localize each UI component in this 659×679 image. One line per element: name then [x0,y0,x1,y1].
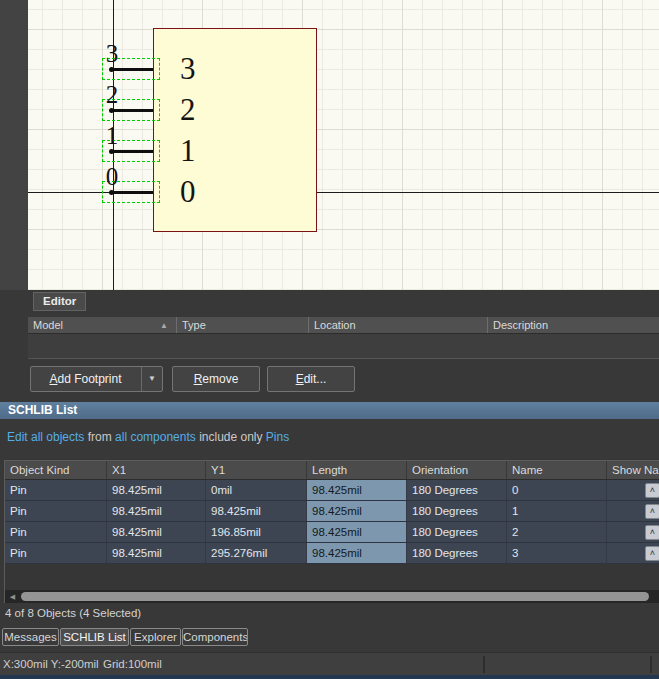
cell-orientation[interactable]: 180 Degrees [406,480,506,500]
cell-object-kind[interactable]: Pin [5,522,106,542]
cell-name[interactable]: 3 [506,543,606,563]
cell-y1[interactable]: 98.425mil [205,501,306,521]
table-row[interactable]: Pin 98.425mil 196.85mil 98.425mil 180 De… [5,522,659,543]
column-header-y1[interactable]: Y1 [205,461,306,479]
bottom-accent-bar [0,675,659,679]
bottom-panel-tabs: Messages SCHLIB List Explorer Components [0,628,659,648]
cell-object-kind[interactable]: Pin [5,543,106,563]
cell-x1[interactable]: 98.425mil [106,480,205,500]
cell-name[interactable]: 0 [506,480,606,500]
table-row[interactable]: Pin 98.425mil 98.425mil 98.425mil 180 De… [5,501,659,522]
show-name-dropdown-icon[interactable]: ˄ [645,504,659,519]
column-header-show-name[interactable]: Show Name [606,461,659,479]
model-buttons-row: Add Footprint ▼ Remove Edit... [0,366,659,392]
add-footprint-dropdown-icon[interactable]: ▼ [141,367,162,391]
left-panel-edge [0,0,28,290]
schematic-canvas[interactable]: 3 3 2 2 1 1 0 0 [28,0,659,290]
cursor-coordinates: X:300mil Y:-200mil [3,653,99,675]
filter-text-from: from [88,430,112,444]
column-header-description[interactable]: Description [487,317,659,333]
model-table-body-empty[interactable] [28,334,659,359]
cell-length-selected[interactable]: 98.425mil [306,501,406,521]
cell-y1[interactable]: 196.85mil [205,522,306,542]
scroll-left-arrow-icon[interactable]: ◀ [6,591,19,602]
schlib-list-panel-title: SCHLIB List [0,402,659,419]
pin-line[interactable] [112,109,153,112]
schematic-canvas-area: 3 3 2 2 1 1 0 0 [0,0,659,290]
model-table-header: Model ▲ Type Location Description [28,317,659,334]
show-name-dropdown-icon[interactable]: ˄ [645,525,659,540]
horizontal-scrollbar[interactable]: ◀ [5,590,659,603]
list-table-empty-area[interactable] [5,564,659,590]
add-footprint-button[interactable]: Add Footprint ▼ [30,366,163,392]
pin-name: 2 [180,93,196,127]
column-header-length[interactable]: Length [306,461,406,479]
list-table-header: Object Kind X1 Y1 Length Orientation Nam… [5,461,659,480]
show-name-dropdown-icon[interactable]: ˄ [645,483,659,498]
pin-hotspot [109,67,114,72]
pin-name: 0 [180,175,196,209]
status-bar-divider [650,656,652,673]
selection-status-text: 4 of 8 Objects (4 Selected) [5,607,141,619]
editor-panel: Editor Model ▲ Type Location Description… [0,290,659,397]
grid-setting: Grid:100mil [103,653,162,675]
list-table-rows: Pin 98.425mil 0mil 98.425mil 180 Degrees… [5,480,659,564]
filter-text-include-only: include only [199,430,262,444]
schlib-editor-window: 3 3 2 2 1 1 0 0 Editor Model ▲ Type [0,0,659,679]
remove-button[interactable]: Remove [172,366,260,392]
pin-line[interactable] [112,68,153,71]
cell-length-selected[interactable]: 98.425mil [306,543,406,563]
pin-designator: 3 [97,40,127,67]
cell-length-selected[interactable]: 98.425mil [306,522,406,542]
list-filter-line: Edit all objects from all components inc… [7,429,289,445]
tab-components[interactable]: Components [182,628,248,646]
all-components-link[interactable]: all components [115,430,196,444]
cell-orientation[interactable]: 180 Degrees [406,543,506,563]
pin-line[interactable] [112,191,153,194]
column-header-name[interactable]: Name [506,461,606,479]
column-header-x1[interactable]: X1 [106,461,205,479]
pins-filter-link[interactable]: Pins [266,430,289,444]
tab-messages[interactable]: Messages [2,628,59,646]
show-name-dropdown-icon[interactable]: ˄ [645,546,659,561]
scrollbar-thumb[interactable] [21,592,649,601]
pin-line[interactable] [112,150,153,153]
pin-hotspot [109,190,114,195]
cell-name[interactable]: 2 [506,522,606,542]
column-header-location[interactable]: Location [308,317,487,333]
pin-designator: 0 [97,163,127,190]
cell-y1[interactable]: 0mil [205,480,306,500]
column-header-type[interactable]: Type [176,317,308,333]
edit-all-objects-link[interactable]: Edit all objects [7,430,84,444]
cell-orientation[interactable]: 180 Degrees [406,522,506,542]
table-row[interactable]: Pin 98.425mil 0mil 98.425mil 180 Degrees… [5,480,659,501]
status-bar-divider [483,656,485,673]
status-bar: X:300mil Y:-200mil Grid:100mil [0,652,659,675]
cell-object-kind[interactable]: Pin [5,480,106,500]
cell-x1[interactable]: 98.425mil [106,501,205,521]
tab-editor[interactable]: Editor [33,292,86,311]
column-header-model[interactable]: Model ▲ [28,317,176,333]
pin-name: 1 [180,134,196,168]
cell-x1[interactable]: 98.425mil [106,522,205,542]
schlib-list-panel: SCHLIB List Edit all objects from all co… [0,397,659,679]
pin-hotspot [109,108,114,113]
edit-button[interactable]: Edit... [267,366,355,392]
table-row[interactable]: Pin 98.425mil 295.276mil 98.425mil 180 D… [5,543,659,564]
pin-designator: 2 [97,81,127,108]
component-body[interactable] [153,28,317,232]
tab-schlib-list[interactable]: SCHLIB List [60,628,129,646]
cell-y1[interactable]: 295.276mil [205,543,306,563]
column-header-orientation[interactable]: Orientation [406,461,506,479]
cell-length-selected[interactable]: 98.425mil [306,480,406,500]
cell-x1[interactable]: 98.425mil [106,543,205,563]
pin-name: 3 [180,52,196,86]
cell-orientation[interactable]: 180 Degrees [406,501,506,521]
sort-asc-icon: ▲ [160,317,168,333]
column-header-object-kind[interactable]: Object Kind [5,461,106,479]
cell-name[interactable]: 1 [506,501,606,521]
tab-explorer[interactable]: Explorer [130,628,181,646]
cell-object-kind[interactable]: Pin [5,501,106,521]
pins-list-table: Object Kind X1 Y1 Length Orientation Nam… [4,460,659,603]
pin-designator: 1 [97,122,127,149]
